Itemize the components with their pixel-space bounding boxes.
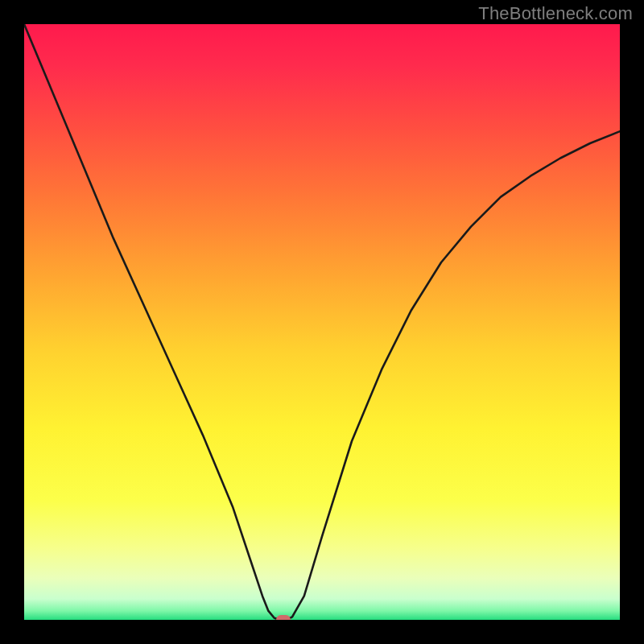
plot-area <box>24 24 620 620</box>
optimum-marker <box>276 615 291 620</box>
frame: TheBottleneck.com <box>0 0 644 644</box>
watermark-text: TheBottleneck.com <box>478 3 633 24</box>
bottleneck-curve <box>24 24 620 620</box>
